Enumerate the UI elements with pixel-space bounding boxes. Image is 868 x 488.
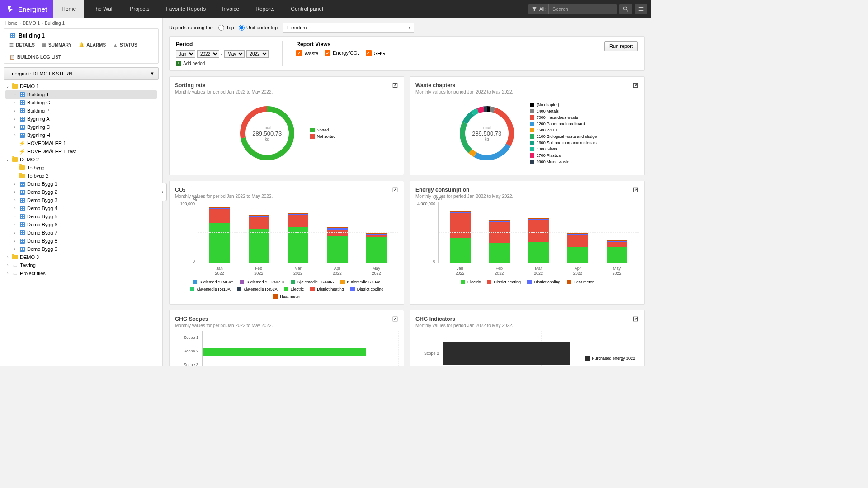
popout-button[interactable] (392, 187, 398, 194)
building-tab-building-log-list[interactable]: 📋BUILDING LOG LIST (9, 55, 61, 60)
view-checkbox-waste[interactable]: ✓Waste (296, 50, 318, 56)
tree-node[interactable]: ⌄DEMO 1 (5, 82, 157, 90)
tree-root-selector[interactable]: Energinet: DEMO EKSTERN ▾ (4, 67, 159, 80)
views-heading: Report Views (296, 41, 385, 47)
tree-node[interactable]: ›Demo Bygg 8 (5, 237, 157, 245)
search-input[interactable] (549, 5, 617, 14)
nav-projects[interactable]: Projects (122, 0, 157, 18)
building-icon (19, 230, 25, 235)
card-subtitle: Monthly values for period Jan 2022 to Ma… (415, 194, 513, 199)
expand-icon: › (13, 206, 17, 211)
tree-node[interactable]: ⌄DEMO 2 (5, 155, 157, 164)
building-icon (9, 33, 16, 38)
building-tab-details[interactable]: ☰DETAILS (9, 42, 35, 47)
tree-node[interactable]: To bygg 2 (5, 172, 157, 180)
run-report-button[interactable]: Run report (604, 41, 638, 51)
nav-home[interactable]: Home (53, 0, 84, 18)
view-checkbox-energyco[interactable]: ✓Energy/CO₂ (325, 50, 359, 56)
nav-the-wall[interactable]: The Wall (84, 0, 122, 18)
tree-node[interactable]: ›Building P (5, 107, 157, 115)
expand-icon: › (5, 271, 10, 276)
report-config-bar: Period Jan 2022 - May 2022 + Add period … (169, 36, 645, 71)
building-tab-status[interactable]: ▲STATUS (113, 42, 137, 47)
radio-top[interactable]: Top (218, 25, 234, 31)
tree-node[interactable]: ›DEMO 3 (5, 253, 157, 261)
card-title: Waste chapters (415, 82, 513, 89)
expand-icon: › (13, 198, 17, 202)
svg-rect-3 (639, 9, 644, 9)
card-co2: CO₂Monthly values for period Jan 2022 to… (169, 181, 404, 305)
tree-node[interactable]: ›▭Project files (5, 269, 157, 277)
tree-node[interactable]: ⚡HOVEDMÅLER 1-rest (5, 147, 157, 155)
period-to-month[interactable]: May (224, 50, 245, 58)
period-from-year[interactable]: 2022 (197, 50, 219, 58)
chevron-right-icon: › (408, 25, 410, 30)
expand-icon: › (13, 125, 17, 129)
tree-node[interactable]: To bygg (5, 164, 157, 172)
folder-icon (19, 165, 25, 170)
view-checkbox-ghg[interactable]: ✓GHG (366, 50, 385, 56)
popout-button[interactable] (632, 82, 639, 89)
popout-button[interactable] (392, 316, 398, 323)
period-from-month[interactable]: Jan (176, 50, 195, 58)
popout-button[interactable] (632, 187, 639, 194)
tree-node[interactable]: ›Demo Bygg 3 (5, 196, 157, 204)
building-icon (19, 181, 25, 187)
search-icon (623, 6, 629, 12)
hamburger-icon (638, 6, 644, 12)
tree-node[interactable]: ›▭Testing (5, 261, 157, 269)
building-icon (19, 189, 25, 195)
nav-favorite-reports[interactable]: Favorite Reports (158, 0, 214, 18)
bar-group (599, 202, 634, 263)
brand-logo[interactable]: Energinet (0, 0, 53, 18)
breadcrumb-item[interactable]: DEMO 1 (23, 21, 40, 26)
sidebar-collapse-handle[interactable]: ‹ (159, 183, 167, 201)
tree-node[interactable]: ›Building 1 (5, 90, 157, 99)
tree-node[interactable]: ⚡HOVEDMÅLER 1 (5, 139, 157, 147)
tree-node[interactable]: ›Demo Bygg 1 (5, 180, 157, 188)
card-title: Sorting rate (175, 82, 273, 89)
popout-button[interactable] (392, 82, 398, 89)
building-icon (19, 197, 25, 203)
tree-node[interactable]: ›Building G (5, 99, 157, 107)
tree-node[interactable]: ›Demo Bygg 6 (5, 221, 157, 229)
expand-icon: › (13, 100, 17, 105)
checkbox-icon: ✓ (296, 50, 302, 56)
tree-node[interactable]: ›Demo Bygg 2 (5, 188, 157, 196)
bar-group (242, 202, 277, 263)
tree-node[interactable]: ›Demo Bygg 4 (5, 204, 157, 212)
search-button[interactable] (619, 4, 632, 14)
radio-unit-under-top[interactable]: Unit under top (239, 25, 278, 31)
expand-icon: › (13, 214, 17, 219)
unit-type-select[interactable]: Eiendom › (283, 23, 414, 33)
building-tab-summary[interactable]: ▦SUMMARY (42, 42, 71, 47)
building-tab-alarms[interactable]: 🔔ALARMS (79, 42, 106, 47)
search-filter[interactable]: All: (528, 4, 549, 14)
card-subtitle: Monthly values for period Jan 2022 to Ma… (415, 89, 513, 94)
tree-node[interactable]: ›Demo Bygg 9 (5, 245, 157, 253)
tree-node[interactable]: ›Bygning C (5, 123, 157, 131)
bar-group (320, 202, 355, 263)
breadcrumb-item[interactable]: Home (5, 21, 18, 26)
popout-button[interactable] (632, 316, 639, 323)
nav-invoice[interactable]: Invoice (214, 0, 247, 18)
popout-icon (632, 316, 639, 322)
nav-reports[interactable]: Reports (247, 0, 283, 18)
nav-control-panel[interactable]: Control panel (283, 0, 331, 18)
add-period-button[interactable]: + Add period (176, 61, 269, 66)
checkbox-icon: ✓ (366, 50, 372, 56)
bar-group (482, 202, 517, 263)
checkbox-icon: ✓ (325, 50, 330, 56)
tree-node[interactable]: ›Demo Bygg 7 (5, 229, 157, 237)
hamburger-button[interactable] (635, 4, 647, 14)
card-subtitle: Monthly values for period Jan 2022 to Ma… (175, 89, 273, 94)
expand-icon: › (13, 239, 17, 243)
building-icon (19, 132, 25, 138)
chevron-down-icon: ▾ (151, 70, 154, 76)
breadcrumb-item[interactable]: Building 1 (45, 21, 65, 26)
expand-icon: › (5, 263, 10, 267)
tree-node[interactable]: ›Demo Bygg 5 (5, 212, 157, 221)
tree-node[interactable]: ›Bygning H (5, 131, 157, 139)
period-to-year[interactable]: 2022 (246, 50, 269, 58)
tree-node[interactable]: ›Bygning A (5, 115, 157, 123)
